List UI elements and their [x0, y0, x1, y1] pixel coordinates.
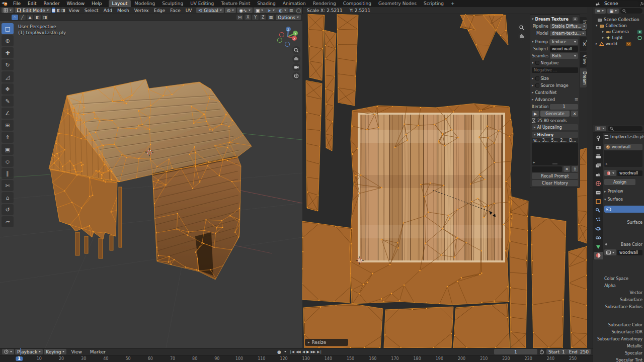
properties-tab-tool[interactable] — [594, 135, 603, 142]
frame-start-field[interactable]: Start1 — [546, 349, 567, 354]
uv-pan-hand-icon[interactable] — [518, 32, 526, 41]
clear-history-button[interactable]: Clear History — [532, 180, 578, 186]
menu-file[interactable]: File — [10, 0, 24, 7]
history-export-button[interactable]: ⇧ — [572, 166, 578, 172]
prompt-type-dropdown[interactable]: Texture — [549, 39, 578, 45]
controlnet-section[interactable]: ▸ControlNet — [532, 89, 578, 96]
timeline-ruler[interactable]: 1102030405060708090100110120130140150160… — [0, 355, 593, 362]
ruler-tick[interactable]: 70 — [170, 356, 175, 361]
viewport-menu-face[interactable]: Face — [168, 8, 183, 13]
inset-faces-tool[interactable]: ▣ — [2, 144, 14, 155]
negative-section-header[interactable]: ▾Negative — [532, 59, 578, 66]
image-name-field[interactable]: woodwall — [617, 250, 642, 255]
blender-logo-icon[interactable] — [2, 1, 8, 7]
outliner-filter[interactable]: ▣ — [607, 9, 619, 14]
sidebar-tab-view[interactable]: View — [580, 52, 587, 67]
presets-icon[interactable]: ☰ — [575, 98, 578, 102]
viewport-menu-vertex[interactable]: Vertex — [132, 8, 151, 13]
snap-toggle[interactable]: ⊙ — [225, 8, 236, 13]
annotate-tool[interactable]: ✎ — [2, 96, 14, 107]
perspective-toggle-icon[interactable] — [292, 72, 300, 80]
negative-checkbox[interactable] — [535, 61, 539, 65]
properties-tab-constraints[interactable] — [594, 234, 603, 241]
disclosure-icon[interactable]: ▾ — [596, 24, 598, 28]
outliner-search[interactable] — [620, 8, 642, 14]
mesh-filter-a-button[interactable]: ◧ — [34, 15, 41, 20]
playhead-line[interactable] — [20, 348, 21, 355]
light-data-badge[interactable] — [637, 36, 642, 40]
mirror-z-toggle[interactable]: Z — [260, 15, 266, 20]
properties-tab-physics[interactable] — [594, 225, 603, 232]
viewport-menu-edge[interactable]: Edge — [151, 8, 168, 13]
camera-view-icon[interactable] — [292, 63, 300, 71]
visibility-dropdown[interactable]: ▣ — [254, 8, 266, 13]
history-section[interactable]: ▾History — [532, 132, 578, 138]
properties-tab-output[interactable] — [594, 153, 603, 160]
history-scrollbar[interactable] — [552, 163, 557, 164]
download-icon[interactable] — [572, 17, 578, 22]
node-selector-button[interactable] — [604, 206, 644, 213]
ruler-tick[interactable]: 90 — [214, 356, 219, 361]
jump-to-end-button[interactable]: ▶❘ — [316, 350, 323, 354]
material-browse-dropdown[interactable] — [604, 170, 616, 176]
ruler-tick[interactable]: 240 — [547, 356, 554, 361]
source-image-checkbox[interactable] — [535, 83, 539, 87]
properties-tab-object[interactable] — [594, 198, 603, 205]
properties-display-mode[interactable]: ▤ — [595, 126, 606, 131]
measure-tool[interactable]: ∠ — [2, 108, 14, 119]
outliner-item-scene-collection[interactable]: Scene Collection — [593, 17, 644, 23]
outliner-item-light[interactable]: ▸ Light — [593, 35, 644, 41]
zoom-icon[interactable] — [292, 46, 300, 54]
pipeline-dropdown[interactable]: Stable Diffus... — [550, 24, 587, 29]
move-tool[interactable]: ✚ — [2, 47, 14, 58]
properties-search[interactable] — [608, 126, 642, 131]
workspace-tab-sculpting[interactable]: Sculpting — [158, 0, 187, 7]
add-cube-tool[interactable]: ⊞ — [2, 120, 14, 131]
properties-tab-scene[interactable] — [594, 171, 603, 178]
ruler-tick[interactable]: 30 — [81, 356, 86, 361]
disclosure-icon[interactable]: ▸ — [596, 42, 598, 46]
playback-menu[interactable]: Playback — [15, 349, 43, 354]
properties-tab-render[interactable] — [594, 144, 603, 151]
cursor-tool[interactable]: ⊕ — [2, 35, 14, 46]
material-slot-list[interactable]: woodwall ▸ — [604, 144, 642, 167]
workspace-tab-layout[interactable]: Layout — [109, 0, 131, 7]
outliner-item-collection[interactable]: ▾ Collection — [593, 23, 644, 29]
pan-hand-icon[interactable] — [292, 55, 300, 63]
poly-build-tool[interactable]: ⌂ — [2, 192, 14, 203]
current-frame-field[interactable]: 1 — [494, 349, 537, 354]
next-keyframe-button[interactable]: ▶▶ — [310, 350, 316, 354]
workspace-tab-modeling[interactable]: Modeling — [131, 0, 158, 7]
sidebar-tab-dream[interactable]: Dream — [580, 68, 587, 88]
transform-orientation[interactable]: ⟲Global — [196, 8, 223, 13]
pin-icon[interactable] — [639, 2, 644, 6]
outliner-item-camera[interactable]: ▸ Camera — [593, 29, 644, 35]
workspace-tab-uv-editing[interactable]: UV Editing — [187, 0, 217, 7]
ruler-tick[interactable]: 10 — [37, 356, 42, 361]
ruler-tick[interactable]: 40 — [103, 356, 108, 361]
subject-field[interactable]: wood wall — [550, 46, 578, 52]
bevel-tool[interactable]: ◇ — [2, 156, 14, 167]
snap-proportional-icon[interactable]: ▩ — [268, 15, 274, 20]
workspace-tab-texture-paint[interactable]: Texture Paint — [217, 0, 254, 7]
gizmos-toggle[interactable]: ➤ — [265, 8, 277, 13]
viewport-menu-mesh[interactable]: Mesh — [115, 8, 132, 13]
scene-name[interactable]: Scene — [602, 1, 638, 7]
dream-panel-header[interactable]: ▾ Dream Texture — [532, 16, 578, 23]
ruler-tick[interactable]: 50 — [125, 356, 130, 361]
ruler-tick[interactable]: 100 — [235, 356, 243, 361]
menu-edit[interactable]: Edit — [24, 0, 40, 7]
menu-help[interactable]: Help — [88, 0, 106, 7]
slot-list-expand-icon[interactable]: ▸ — [606, 162, 608, 166]
loop-cut-tool[interactable]: ∥ — [2, 168, 14, 179]
properties-tab-material[interactable] — [594, 252, 603, 259]
timeline-marker-menu[interactable]: Marker — [87, 348, 109, 355]
properties-tab-modifiers[interactable] — [594, 207, 603, 214]
workspace-tab-scripting[interactable]: Scripting — [420, 0, 447, 7]
model-dropdown[interactable]: dream-textu... — [550, 31, 586, 36]
workspace-tab-geometry-nodes[interactable]: Geometry Nodes — [375, 0, 420, 7]
menu-window[interactable]: Window — [63, 0, 89, 7]
ruler-tick[interactable]: 150 — [347, 356, 354, 361]
mirror-y-toggle[interactable]: Y — [252, 15, 259, 20]
ruler-tick[interactable]: 180 — [414, 356, 421, 361]
